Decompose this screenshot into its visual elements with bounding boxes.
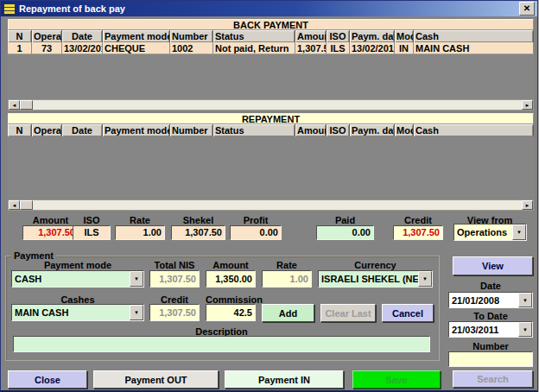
repayment-title: REPAYMENT <box>242 114 300 124</box>
column-header[interactable]: Status <box>213 30 295 42</box>
view-button[interactable]: View <box>453 256 533 275</box>
view-from-value: Operations <box>454 224 512 240</box>
payment-rate-label: Rate <box>262 260 312 270</box>
scroll-left-icon[interactable]: ◄ <box>9 200 20 210</box>
window-title: Repayment of back pay <box>19 3 519 14</box>
table-cell: Not paid, Return <box>213 42 295 54</box>
summary-amount-field[interactable]: 1,307.50 <box>22 225 79 240</box>
summary-iso-field[interactable]: ILS <box>73 225 111 240</box>
to-date-value: 21/03/2011 <box>449 322 518 337</box>
cashes-value: MAIN CASH <box>12 305 130 320</box>
summary-credit-label: Credit <box>393 215 443 225</box>
repayment-band: REPAYMENT <box>8 113 534 124</box>
summary-credit-field[interactable]: 1,307.50 <box>393 225 443 240</box>
column-header[interactable]: Status <box>213 124 295 136</box>
column-header[interactable]: Number <box>170 124 213 136</box>
add-button[interactable]: Add <box>262 304 314 322</box>
payment-in-button[interactable]: Payment IN <box>225 370 344 389</box>
payment-rate-field: 1.00 <box>262 270 312 288</box>
column-header[interactable]: Mode <box>395 30 414 42</box>
summary-shekel-field[interactable]: 1,307.50 <box>171 225 225 240</box>
column-header[interactable]: Amount <box>295 30 327 42</box>
payment-out-button[interactable]: Payment OUT <box>93 370 219 389</box>
currency-value: ISRAELI SHEKEL (NEW) <box>319 271 418 287</box>
cancel-button[interactable]: Cancel <box>382 304 434 322</box>
chevron-down-icon[interactable]: ▼ <box>130 305 143 320</box>
number-input[interactable] <box>448 351 533 367</box>
column-header[interactable]: Payment mode <box>103 30 170 42</box>
back-payment-title: BACK PAYMENT <box>233 20 308 30</box>
column-header[interactable]: Paym. date <box>350 30 395 42</box>
to-date-select[interactable]: 21/03/2011 ▼ <box>448 321 533 338</box>
payment-mode-select[interactable]: CASH ▼ <box>11 270 144 288</box>
column-header[interactable]: N <box>8 124 32 136</box>
app-icon <box>3 3 16 15</box>
scrollbar-thumb[interactable] <box>20 200 33 210</box>
currency-label: Currency <box>318 260 433 270</box>
summary-rate-field[interactable]: 1.00 <box>115 225 165 240</box>
table-cell: IN <box>395 42 414 54</box>
column-header[interactable]: N <box>8 30 32 42</box>
column-header[interactable]: ISO <box>327 124 350 136</box>
to-date-label: To Date <box>448 311 533 321</box>
column-header[interactable]: Cash <box>414 124 534 136</box>
payment-amount-field[interactable]: 1,350.00 <box>206 270 256 288</box>
cashes-select[interactable]: MAIN CASH ▼ <box>11 304 144 321</box>
scroll-right-icon[interactable]: ► <box>522 100 533 110</box>
view-from-select[interactable]: Operations ▼ <box>453 224 527 241</box>
back-payment-table: NOperationDatePayment modeNumberStatusAm… <box>8 30 534 99</box>
summary-profit-field[interactable]: 0.00 <box>230 225 282 240</box>
currency-select[interactable]: ISRAELI SHEKEL (NEW) ▼ <box>318 270 433 288</box>
date-select[interactable]: 21/01/2008 ▼ <box>448 292 533 308</box>
total-nis-field: 1,307.50 <box>149 270 200 288</box>
column-header[interactable]: Mode <box>395 124 414 136</box>
chevron-down-icon[interactable]: ▼ <box>130 271 143 287</box>
column-header[interactable]: Operation <box>32 124 62 136</box>
clear-last-button[interactable]: Clear Last <box>320 304 376 322</box>
repayment-table: NOperationDatePayment modeNumberStatusAm… <box>8 124 534 199</box>
summary-paid-field[interactable]: 0.00 <box>316 225 374 240</box>
chevron-down-icon[interactable]: ▼ <box>518 322 532 337</box>
column-header[interactable]: Number <box>170 30 213 42</box>
table-cell: ILS <box>327 42 350 54</box>
description-input[interactable] <box>13 336 430 352</box>
summary-profit-label: Profit <box>230 215 282 225</box>
payment-amount-label: Amount <box>206 260 256 270</box>
scroll-left-icon[interactable]: ◄ <box>9 100 20 110</box>
save-button[interactable]: Save <box>352 370 441 389</box>
scrollbar-thumb[interactable] <box>20 100 33 110</box>
back-payment-hscrollbar: ◄ ► <box>8 99 534 111</box>
table-cell: MAIN CASH <box>414 42 534 54</box>
table-cell: CHEQUE <box>103 42 170 54</box>
column-header[interactable]: Date <box>62 124 103 136</box>
table-row[interactable]: 17313/02/2011CHEQUE1002Not paid, Return1… <box>8 42 534 54</box>
search-button[interactable]: Search <box>453 370 533 388</box>
scrollbar-track[interactable] <box>33 100 522 110</box>
summary-amount-label: Amount <box>22 215 79 225</box>
column-header[interactable]: Cash <box>414 30 534 42</box>
scrollbar-track[interactable] <box>33 200 522 210</box>
scroll-right-icon[interactable]: ► <box>522 200 533 210</box>
summary-shekel-label: Shekel <box>171 215 225 225</box>
column-header[interactable]: Paym. date <box>350 124 395 136</box>
repayment-dialog: Repayment of back pay ✕ BACK PAYMENT NOp… <box>0 0 538 392</box>
column-header[interactable]: Date <box>62 30 103 42</box>
column-header[interactable]: Payment mode <box>103 124 170 136</box>
column-header[interactable]: Operation <box>32 30 62 42</box>
title-bar: Repayment of back pay ✕ <box>1 1 537 16</box>
commission-field[interactable]: 42.5 <box>206 304 256 321</box>
close-button[interactable]: Close <box>8 370 87 389</box>
total-nis-label: Total NIS <box>149 260 200 270</box>
payment-mode-value: CASH <box>12 271 130 287</box>
summary-rate-label: Rate <box>115 215 165 225</box>
table-cell: 13/02/2011 <box>62 42 103 54</box>
close-icon[interactable]: ✕ <box>519 2 535 16</box>
chevron-down-icon[interactable]: ▼ <box>518 293 532 307</box>
chevron-down-icon[interactable]: ▼ <box>418 271 432 287</box>
chevron-down-icon[interactable]: ▼ <box>512 224 526 240</box>
column-header[interactable]: Amount <box>295 124 327 136</box>
table-cell: 1 <box>8 42 32 54</box>
table-cell: 1002 <box>170 42 213 54</box>
column-header[interactable]: ISO <box>327 30 350 42</box>
date-value: 21/01/2008 <box>449 293 518 307</box>
